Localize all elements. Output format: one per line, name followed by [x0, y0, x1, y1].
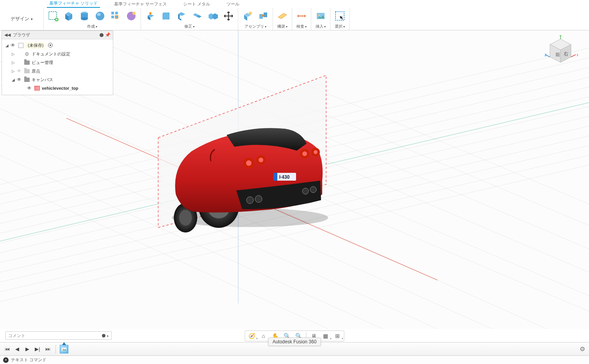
sphere-button[interactable]: [93, 9, 107, 23]
activate-radio-icon[interactable]: [48, 43, 53, 48]
presspull-button[interactable]: [143, 9, 157, 23]
pattern-button[interactable]: [109, 9, 123, 23]
select-button[interactable]: [333, 9, 347, 23]
tree-root[interactable]: ◢👁 (未保存): [3, 41, 112, 50]
svg-point-6: [97, 13, 101, 16]
timeline-stepfwd-button[interactable]: ▶|: [34, 345, 41, 353]
ribbon-label-construct[interactable]: 構築▾: [275, 24, 289, 29]
ribbon-label-inspect[interactable]: 検査▾: [294, 24, 309, 29]
cylinder-button[interactable]: [77, 9, 91, 23]
plane-button[interactable]: [275, 9, 289, 23]
svg-point-17: [262, 14, 264, 17]
svg-point-56: [302, 188, 309, 194]
svg-text:X: X: [577, 53, 578, 57]
svg-rect-7: [111, 12, 114, 14]
timeline-play-button[interactable]: ▶: [23, 345, 31, 353]
tab-sheetmetal[interactable]: シート メタル: [181, 0, 212, 8]
status-textcmd-label: テキスト コマンド: [11, 357, 46, 363]
timeline-start-button[interactable]: ⏮: [3, 345, 11, 353]
viewmgr-label: ビュー管理: [32, 60, 53, 66]
tree-viewmgr[interactable]: ▷ ビュー管理: [3, 58, 112, 67]
pin-icon[interactable]: 📌: [105, 32, 111, 37]
tab-tool[interactable]: ツール: [224, 0, 242, 8]
svg-point-61: [259, 158, 263, 162]
joint-button[interactable]: [256, 9, 270, 23]
ribbon-group-create: 作成▾: [44, 8, 141, 30]
chevron-down-icon: ▾: [31, 17, 33, 21]
svg-point-4: [81, 17, 88, 20]
minimize-dot-icon[interactable]: [100, 33, 104, 37]
workspace-selector[interactable]: デザイン▾: [0, 8, 44, 30]
timeline-stepback-button[interactable]: ◀: [13, 345, 21, 353]
canvases-label: キャンバス: [32, 77, 53, 83]
ribbon: デザイン▾ 作成▾ 修正▾ アセンブリ▾: [0, 8, 589, 30]
license-plate-text: I·430: [279, 174, 290, 180]
minimize-dot-icon[interactable]: [102, 334, 105, 337]
svg-rect-67: [273, 173, 277, 181]
ribbon-label-modify[interactable]: 修正▾: [143, 24, 236, 29]
ribbon-label-insert[interactable]: 挿入▾: [314, 24, 328, 29]
derive-button[interactable]: [124, 9, 138, 23]
gear-icon: ⚙: [24, 51, 30, 57]
ribbon-label-select[interactable]: 選択▾: [333, 24, 347, 29]
expand-textcmd-button[interactable]: +: [3, 357, 9, 363]
tree-origin[interactable]: ▷👁 原点: [3, 67, 112, 75]
svg-point-63: [302, 151, 307, 156]
app-name-tooltip: Autodesk Fusion 360: [268, 337, 321, 346]
tab-surface[interactable]: 基準フィーチャ サーフェス: [112, 0, 169, 8]
timeline-settings-button[interactable]: ⚙: [580, 345, 585, 353]
svg-rect-9: [115, 12, 118, 14]
new-component-button[interactable]: [241, 9, 255, 23]
tree-docset[interactable]: ▷⚙ ドキュメントの設定: [3, 50, 112, 58]
ribbon-group-construct: 構築▾: [273, 8, 292, 30]
collapse-browser-button[interactable]: ◀◀: [4, 32, 11, 37]
measure-button[interactable]: [294, 9, 309, 23]
orbit-button[interactable]: 🧭▾: [248, 332, 256, 340]
ribbon-group-select: 選択▾: [330, 8, 350, 30]
move-button[interactable]: [221, 9, 236, 23]
workspace-label: デザイン: [11, 16, 29, 22]
tree-canvas-item[interactable]: 👁 vehiclevector_top: [3, 84, 112, 92]
comments-bar[interactable]: コメント ▸: [5, 331, 112, 340]
status-bar: + テキスト コマンド: [0, 355, 589, 364]
timeline-canvas-feature[interactable]: [60, 345, 68, 353]
svg-point-57: [310, 186, 316, 193]
tab-solid[interactable]: 基準フィーチャ ソリッド: [47, 0, 100, 8]
comments-placeholder: コメント: [8, 333, 25, 339]
svg-point-54: [246, 197, 253, 204]
browser-panel: ◀◀ ブラウザ 📌 ◢👁 (未保存) ▷⚙ ドキュメントの設定 ▷ ビュー管理 …: [2, 30, 113, 95]
image-icon: [34, 85, 40, 91]
viewcube[interactable]: 前 右 Y X Z: [543, 34, 578, 69]
svg-rect-16: [264, 12, 267, 17]
ribbon-group-assembly: アセンブリ▾: [238, 8, 273, 30]
expand-icon[interactable]: ▸: [107, 334, 109, 338]
insert-button[interactable]: [314, 9, 328, 23]
canvas-item-label: vehiclevector_top: [42, 86, 79, 91]
origin-label: 原点: [32, 68, 40, 74]
svg-point-19: [318, 14, 320, 16]
ribbon-label-create[interactable]: 作成▾: [46, 24, 138, 29]
svg-point-65: [314, 150, 318, 154]
svg-text:前: 前: [555, 52, 560, 57]
svg-rect-13: [180, 16, 183, 19]
folder-icon: [24, 59, 30, 66]
viewport-button[interactable]: ⊞▾: [333, 332, 342, 340]
shell-button[interactable]: [175, 9, 189, 23]
tree-canvases[interactable]: ◢👁 キャンバス: [3, 75, 112, 84]
grid-button[interactable]: ▦▾: [321, 332, 330, 340]
combine-button[interactable]: [190, 9, 204, 23]
lookat-button[interactable]: ⌂: [259, 332, 268, 340]
fillet-button[interactable]: [159, 9, 173, 23]
ribbon-label-assembly[interactable]: アセンブリ▾: [241, 24, 270, 29]
sketch-button[interactable]: [46, 9, 60, 23]
split-button[interactable]: [206, 9, 220, 23]
timeline-end-button[interactable]: ⏭: [44, 345, 52, 353]
svg-point-55: [255, 195, 262, 202]
folder-icon: [24, 68, 30, 74]
browser-tree: ◢👁 (未保存) ▷⚙ ドキュメントの設定 ▷ ビュー管理 ▷👁 原点 ◢👁 キ…: [2, 39, 113, 95]
ribbon-group-insert: 挿入▾: [311, 8, 330, 30]
browser-title: ブラウザ: [13, 32, 30, 38]
box-button[interactable]: [62, 9, 76, 23]
svg-point-53: [179, 210, 192, 226]
svg-line-74: [571, 55, 576, 57]
